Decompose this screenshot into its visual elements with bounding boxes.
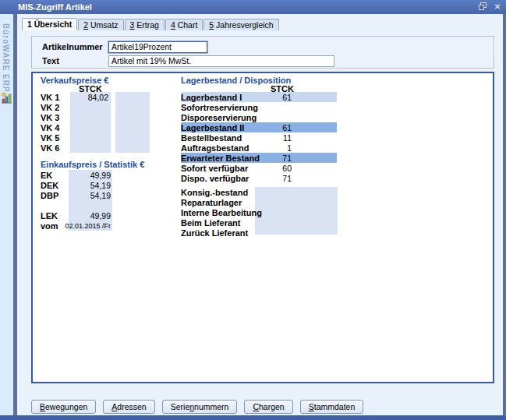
vk-row: VK 3 <box>41 112 150 122</box>
vk-label: VK 5 <box>41 133 70 143</box>
location-row: Zurück Lieferant <box>181 228 338 238</box>
location-label: Reparaturlager <box>181 198 242 207</box>
text-label: Text <box>42 56 108 65</box>
ek-value-cell[interactable]: 54,19 <box>69 180 112 190</box>
tab-übersicht[interactable]: 1 Übersicht <box>22 18 77 30</box>
text-input[interactable] <box>108 55 334 67</box>
ek-table: EK49,99DEK54,19DBP54,19LEK49,99vom02.01.… <box>41 170 112 231</box>
lager-value: 11 <box>253 133 292 143</box>
chart-icon[interactable] <box>1 92 12 106</box>
window-title: MIS-Zugriff Artikel <box>18 2 92 12</box>
window-controls: ✕ <box>478 2 502 12</box>
vk-table: VK 184,02VK 2VK 3VK 4VK 5VK 6 <box>41 92 150 153</box>
seriennummern-button[interactable]: Seriennummern <box>162 400 238 414</box>
lager-value: 60 <box>253 164 292 173</box>
ek-value-cell[interactable] <box>69 200 112 210</box>
lager-row: Disporeservierung <box>181 112 337 122</box>
vk-value-cell-2[interactable] <box>115 143 150 153</box>
vk-label: VK 2 <box>41 103 70 112</box>
ek-label: LEK <box>41 211 69 221</box>
bottom-frame-bar <box>0 415 506 420</box>
ek-value-cell[interactable]: 49,99 <box>69 210 112 221</box>
vk-row: VK 4 <box>41 122 150 132</box>
lager-row: Sofort verfügbar60 <box>181 163 337 173</box>
vk-value-cell-2[interactable] <box>115 122 150 132</box>
artikelnummer-row: Artikelnummer <box>42 41 494 53</box>
ek-value-cell[interactable]: 54,19 <box>69 190 112 200</box>
lager-value: 1 <box>253 143 292 153</box>
lager-row: Lagerbestand I61 <box>181 92 337 102</box>
lager-table: Lagerbestand I61SofortreservierungDispor… <box>181 92 337 183</box>
vk-row: VK 2 <box>41 102 150 112</box>
erp-window: MIS-Zugriff Artikel ✕ BüroWARE ERP 1 Übe… <box>0 0 506 420</box>
vk-label: VK 3 <box>41 113 70 122</box>
lager-row: Sofortreservierung <box>181 102 337 112</box>
bewegungen-button[interactable]: Bewegungen <box>31 400 96 414</box>
location-label: Beim Lieferant <box>181 218 240 228</box>
tab-chart[interactable]: 4 Chart <box>165 19 203 30</box>
ek-row: DEK54,19 <box>41 180 112 190</box>
close-icon: ✕ <box>494 2 501 12</box>
einkaufspreis-title: Einkaufspreis / Statistik € <box>41 160 144 169</box>
lager-row: Lagerbestand II61 <box>181 122 337 132</box>
location-label: Interne Bearbeitung <box>181 208 262 217</box>
restore-icon <box>479 2 487 12</box>
lager-label: Disporeservierung <box>181 113 337 122</box>
lager-value: 61 <box>253 93 292 102</box>
ek-row <box>41 200 112 210</box>
vk-value-cell[interactable] <box>70 122 111 132</box>
tab-jahresvergleich[interactable]: 5 Jahresvergleich <box>203 19 278 30</box>
text-row: Text <box>42 55 494 67</box>
location-row: Konsig.-bestand <box>181 187 338 197</box>
artikelnummer-label: Artikelnummer <box>42 42 108 51</box>
adressen-button[interactable]: Adressen <box>103 400 154 414</box>
location-table: Konsig.-bestandReparaturlagerInterne Bea… <box>181 187 338 238</box>
vk-value-cell[interactable]: 84,02 <box>70 92 111 102</box>
vk-value-cell-2[interactable] <box>115 112 150 122</box>
stammdaten-button[interactable]: Stammdaten <box>300 400 364 414</box>
vk-row: VK 5 <box>41 132 150 143</box>
vk-row: VK 184,02 <box>41 92 150 102</box>
close-button[interactable]: ✕ <box>493 2 502 12</box>
location-row: Reparaturlager <box>181 197 338 207</box>
vk-value-cell[interactable] <box>70 132 111 143</box>
lager-label: Sofortreservierung <box>181 103 337 112</box>
restore-button[interactable] <box>478 2 487 12</box>
lager-row: Auftragsbestand1 <box>181 143 337 153</box>
ek-row: LEK49,99 <box>41 210 112 221</box>
vk-value-cell-2[interactable] <box>115 102 150 112</box>
vk-value-cell[interactable] <box>70 112 111 122</box>
sidebar: BüroWARE ERP <box>0 14 13 415</box>
ek-row: DBP54,19 <box>41 190 112 200</box>
location-row: Beim Lieferant <box>181 217 338 228</box>
ek-label: DEK <box>41 181 69 190</box>
right-frame-stripe <box>503 14 506 415</box>
tab-umsatz[interactable]: 2 Umsatz <box>78 19 123 30</box>
ek-row: vom02.01.2015 /Fr <box>41 221 112 231</box>
ek-value-cell[interactable]: 49,99 <box>69 170 112 180</box>
location-row: Interne Bearbeitung <box>181 207 338 217</box>
vk-value-cell-2[interactable] <box>115 92 150 102</box>
lager-row: Dispo. verfügbar71 <box>181 173 337 183</box>
vk-value-cell[interactable] <box>70 143 111 153</box>
vk-value-cell[interactable] <box>70 102 111 112</box>
vk-label: VK 4 <box>41 123 70 132</box>
ek-value-cell[interactable]: 02.01.2015 /Fr <box>69 221 112 231</box>
article-header-box: Artikelnummer Text <box>31 36 494 69</box>
chargen-button[interactable]: Chargen <box>244 400 292 414</box>
ek-row: EK49,99 <box>41 170 112 180</box>
brand-vertical-text: BüroWARE ERP <box>2 23 10 93</box>
vk-label: VK 6 <box>41 143 70 153</box>
artikelnummer-input[interactable] <box>108 41 207 53</box>
overview-panel: Verkaufspreise € STCK VK 184,02VK 2VK 3V… <box>31 72 494 383</box>
tab-bar: 1 Übersicht2 Umsatz3 Ertrag4 Chart5 Jahr… <box>22 18 280 30</box>
vk-row: VK 6 <box>41 143 150 153</box>
window-titlebar[interactable]: MIS-Zugriff Artikel ✕ <box>0 0 506 14</box>
vk-label: VK 1 <box>41 93 70 102</box>
client-area: 1 Übersicht2 Umsatz3 Ertrag4 Chart5 Jahr… <box>17 14 503 415</box>
location-label: Zurück Lieferant <box>181 228 248 238</box>
tab-ertrag[interactable]: 3 Ertrag <box>125 19 165 30</box>
vk-value-cell-2[interactable] <box>115 132 150 143</box>
lager-row: Erwarteter Bestand71 <box>181 153 337 163</box>
button-bar: BewegungenAdressenSeriennummernChargenSt… <box>31 400 363 414</box>
